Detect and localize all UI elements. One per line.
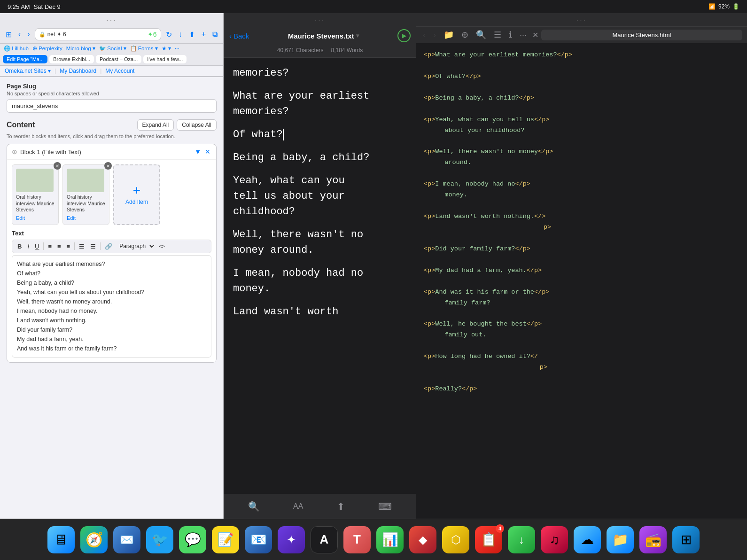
- nav-dashboard[interactable]: My Dashboard: [60, 68, 96, 74]
- block-settings-button[interactable]: ▼: [194, 148, 202, 156]
- editor-keyboard-button[interactable]: ⌨: [374, 499, 397, 514]
- bookmark-social[interactable]: 🐦 Social ▾: [99, 45, 126, 52]
- reload-button[interactable]: ↻: [164, 29, 174, 40]
- align-right-button[interactable]: ≡: [64, 242, 73, 251]
- dock-app-podcast[interactable]: 📻: [639, 526, 667, 553]
- tab-ive-had[interactable]: I've had a few...: [143, 55, 187, 63]
- tab-browse-exhib[interactable]: Browse Exhibi...: [49, 55, 94, 63]
- dock-app-craft[interactable]: ✦: [278, 526, 305, 553]
- editor-share-bottom-button[interactable]: ⬆: [332, 499, 350, 514]
- reminders-icon: 📋: [481, 532, 497, 547]
- weather-icon: ☁: [581, 532, 594, 547]
- collapse-all-button[interactable]: Collapse All: [177, 119, 217, 131]
- dock-app-typora[interactable]: T: [343, 526, 371, 553]
- tabs-button[interactable]: ⧉: [210, 29, 219, 39]
- sidebar-toggle-button[interactable]: ⊞: [4, 29, 14, 40]
- bold-button[interactable]: B: [15, 242, 24, 251]
- html-back-button[interactable]: ‹: [421, 29, 428, 41]
- dock-app-mail[interactable]: 📧: [245, 526, 272, 553]
- dock-app-miro[interactable]: ⬡: [442, 526, 469, 553]
- new-tab-button[interactable]: +: [200, 29, 208, 39]
- html-search-button[interactable]: 🔍: [474, 29, 488, 41]
- link-button[interactable]: 🔗: [102, 242, 115, 251]
- editor-dots: ···: [224, 13, 416, 26]
- url-bar[interactable]: 🔒 net ✦ 6 ✦6: [35, 28, 161, 40]
- html-folder-button[interactable]: 📁: [442, 29, 456, 41]
- align-center-button[interactable]: ≡: [55, 242, 63, 251]
- bookmark-star[interactable]: ★ ▾: [162, 45, 171, 52]
- dock-app-music[interactable]: ♫: [541, 526, 568, 553]
- code-button[interactable]: <>: [156, 242, 167, 250]
- dock-app-ia-writer[interactable]: A: [311, 526, 338, 553]
- editor-para-3: Of what?: [233, 127, 407, 142]
- bookmark-lillihub[interactable]: 🌐 Lillihub: [4, 45, 29, 52]
- item-2-close[interactable]: ✕: [104, 162, 112, 170]
- item-2-edit[interactable]: Edit: [67, 215, 76, 221]
- editor-title: Maurice Stevens.txt: [288, 32, 354, 40]
- dock-app-numbers[interactable]: 📊: [376, 526, 404, 553]
- bookmark-forms[interactable]: 📋 Forms ▾: [130, 45, 158, 52]
- time: 9:25 AM: [8, 3, 30, 10]
- nav-account[interactable]: My Account: [105, 68, 134, 74]
- html-more-button[interactable]: ···: [518, 29, 529, 41]
- align-left-button[interactable]: ≡: [46, 242, 54, 251]
- item-1-thumbnail: [16, 169, 54, 192]
- text-line-1: What are your earliest memories?: [17, 259, 206, 269]
- html-tab-close[interactable]: ✕: [532, 31, 538, 39]
- underline-button[interactable]: U: [32, 242, 41, 251]
- affinity-icon: ◆: [419, 533, 427, 546]
- html-info-button[interactable]: ℹ: [507, 29, 514, 41]
- dock-app-finder[interactable]: 🖥: [47, 526, 75, 553]
- nav-omeka-sites[interactable]: Omeka.net Sites ▾: [5, 68, 51, 74]
- list-ol-button[interactable]: ☰: [88, 242, 98, 251]
- expand-all-button[interactable]: Expand All: [137, 119, 174, 131]
- list-ul-button[interactable]: ☰: [77, 242, 87, 251]
- editor-content[interactable]: memories? What are your earliestmemories…: [224, 58, 416, 494]
- editor-back-button[interactable]: ‹ Back: [229, 32, 249, 40]
- item-1-edit[interactable]: Edit: [16, 215, 25, 221]
- html-line-3: <p>Yeah, what can you tell usabout your …: [424, 115, 739, 136]
- tab-podcast[interactable]: Podcast – Oza...: [96, 55, 141, 63]
- text-line-2: Of what?: [17, 269, 206, 278]
- html-loop-button[interactable]: ⊕: [459, 29, 470, 41]
- dock-app-social[interactable]: ⊞: [672, 526, 700, 553]
- bookmark-microblog[interactable]: Micro.blog ▾: [66, 45, 95, 52]
- bookmark-perplexity[interactable]: ⊕ Perplexity: [32, 45, 62, 52]
- toolbar-sep-1: [43, 242, 44, 250]
- block-close-button[interactable]: ✕: [204, 148, 211, 156]
- music-icon: ♫: [550, 532, 560, 547]
- share-button[interactable]: ⬆: [187, 29, 197, 40]
- item-card-1: ✕ Oral history interview Maurice Stevens…: [12, 164, 59, 225]
- main-container: ··· ⊞ ‹ › 🔒 net ✦ 6 ✦6 ↻ ↓ ⬆ + ⧉ 🌐 Lilli…: [0, 13, 747, 519]
- paragraph-select[interactable]: Paragraph: [116, 242, 156, 250]
- dock-app-files[interactable]: 📁: [607, 526, 634, 553]
- add-item-button[interactable]: + Add Item: [113, 164, 160, 225]
- italic-button[interactable]: I: [25, 242, 31, 251]
- editor-font-button[interactable]: AA: [288, 500, 308, 513]
- html-forward-button[interactable]: ›: [431, 29, 438, 41]
- dock-app-affinity[interactable]: ◆: [409, 526, 436, 553]
- dock-app-notes[interactable]: 📝: [212, 526, 239, 553]
- text-content-area[interactable]: What are your earliest memories? Of what…: [12, 255, 211, 358]
- dock-app-reminders[interactable]: 📋 4: [475, 526, 502, 553]
- page-slug-input[interactable]: [7, 99, 217, 113]
- char-count-bar: 40,671 Characters 8,184 Words: [224, 45, 416, 57]
- dock-app-mail-blue[interactable]: ✉️: [113, 526, 140, 553]
- back-button[interactable]: ‹: [16, 29, 23, 39]
- editor-search-button[interactable]: 🔍: [243, 499, 265, 514]
- html-list-button[interactable]: ☰: [492, 29, 503, 41]
- tab-edit-page[interactable]: Edit Page "Ma...: [3, 55, 47, 63]
- forward-button[interactable]: ›: [25, 29, 31, 39]
- dock-app-weather[interactable]: ☁: [574, 526, 601, 553]
- html-content[interactable]: <p>What are your earliest memories?</p> …: [416, 43, 747, 519]
- download-button[interactable]: ↓: [177, 29, 184, 39]
- item-1-close[interactable]: ✕: [54, 162, 61, 170]
- bookmarks-more[interactable]: ···: [175, 45, 179, 52]
- dock-app-messages[interactable]: 💬: [179, 526, 206, 553]
- dock-app-downloads[interactable]: ↓: [508, 526, 535, 553]
- text-line-6: I mean, nobody had no money.: [17, 306, 206, 316]
- block-drag-icon[interactable]: ⊕: [12, 148, 17, 156]
- editor-play-button[interactable]: ▶: [397, 29, 411, 42]
- dock-app-swype[interactable]: 🐦: [146, 526, 173, 553]
- dock-app-safari[interactable]: 🧭: [80, 526, 108, 553]
